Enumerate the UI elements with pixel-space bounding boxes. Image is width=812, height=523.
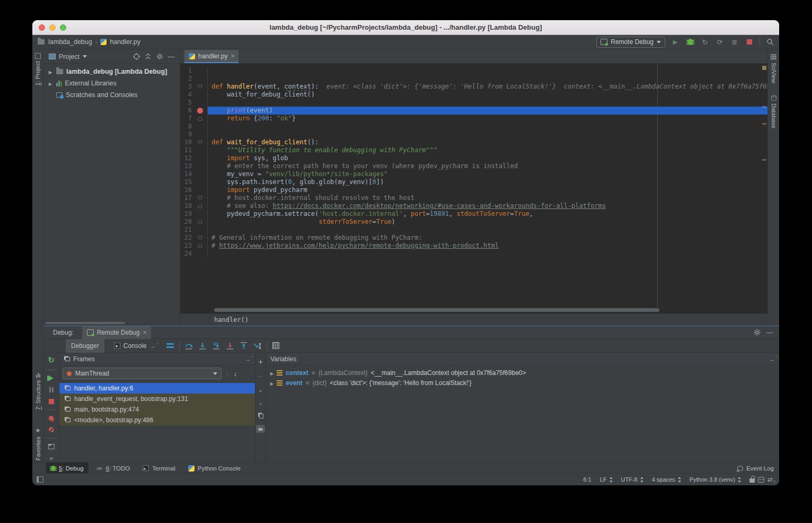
code-line[interactable]: 2 — [180, 75, 767, 83]
gutter[interactable]: 6 — [180, 107, 208, 115]
gutter-cell[interactable] — [194, 226, 206, 234]
gutter[interactable]: 22 — [180, 234, 208, 242]
gutter-cell[interactable] — [194, 67, 206, 75]
toolwindow-tab--debug[interactable]: 5: Debug — [46, 463, 89, 474]
code-line[interactable]: 18 # see also: https://docs.docker.com/d… — [180, 202, 767, 210]
debug-session-tab[interactable]: Remote Debug — [82, 326, 152, 339]
step-into-button[interactable] — [198, 341, 207, 351]
code-line[interactable]: 3def handler(event, context): event: <cl… — [180, 83, 767, 91]
gutter[interactable]: 9 — [180, 130, 208, 138]
fold-marker-icon[interactable] — [194, 202, 206, 210]
step-over-button[interactable] — [184, 341, 193, 351]
next-frame-button[interactable] — [234, 369, 237, 378]
move-up-button[interactable] — [259, 386, 263, 394]
breadcrumb-file[interactable]: handler.py — [110, 38, 140, 46]
locate-file-button[interactable] — [132, 53, 140, 61]
stripe-mark[interactable] — [762, 159, 766, 161]
previous-frame-button[interactable] — [226, 369, 230, 378]
toolwindow-tab-terminal[interactable]: Terminal — [138, 463, 180, 474]
code-line[interactable]: 9 — [180, 130, 767, 138]
gutter[interactable]: 17 — [180, 194, 208, 202]
code-line[interactable]: 16 import pydevd_pycharm — [180, 186, 767, 194]
toolwindow-tab-python-console[interactable]: Python Console — [183, 463, 245, 474]
view-as-table-button[interactable] — [271, 341, 281, 351]
gutter[interactable]: 14 — [180, 170, 208, 178]
code-line[interactable]: 24 — [180, 250, 767, 258]
code-line[interactable]: 13 # enter the correct path here to your… — [180, 162, 767, 170]
gutter-cell[interactable] — [194, 123, 206, 130]
close-window-button[interactable] — [39, 24, 45, 31]
gutter[interactable]: 19 — [180, 210, 208, 218]
stop-button[interactable] — [745, 37, 754, 47]
gutter-cell[interactable] — [194, 186, 206, 194]
show-execution-point-button[interactable] — [165, 341, 175, 351]
gutter[interactable]: 4 — [180, 91, 208, 99]
collapse-all-button[interactable] — [144, 53, 152, 61]
code-line[interactable]: 10def wait_for_debug_client(): — [180, 138, 767, 146]
restore-layout-button[interactable] — [46, 443, 57, 450]
chevron-down-icon[interactable] — [83, 55, 87, 58]
update-status-icon[interactable] — [767, 476, 773, 483]
duplicate-watch-icon[interactable] — [259, 414, 263, 419]
gutter-cell[interactable] — [194, 99, 206, 107]
project-panel-title[interactable]: Project — [59, 53, 80, 60]
unlock-icon[interactable] — [749, 478, 755, 483]
editor-tab-handler-py[interactable]: handler.py — [184, 50, 239, 63]
toolwindow-structure-button[interactable]: 7: Structure — [32, 369, 43, 413]
code-line[interactable]: 21 — [180, 226, 767, 234]
toolwindow-tab--todo[interactable]: 6: TODO — [92, 463, 135, 474]
gutter-cell[interactable] — [194, 178, 206, 186]
tab-console[interactable]: Console — [109, 339, 161, 353]
code-editor[interactable]: 123def handler(event, context): event: <… — [180, 64, 767, 307]
gutter[interactable]: 20 — [180, 218, 208, 226]
gutter[interactable]: 5 — [180, 99, 208, 107]
stop-debug-button[interactable] — [46, 398, 57, 405]
code-line[interactable]: 6 print(event) — [180, 107, 767, 115]
editor-breadcrumb[interactable]: handler() — [214, 316, 249, 324]
gutter[interactable]: 21 — [180, 226, 208, 234]
breadcrumb-project[interactable]: lambda_debug — [48, 38, 92, 46]
gutter[interactable]: 1 — [180, 67, 208, 75]
toolwindow-sciview-button[interactable]: SciView — [771, 54, 777, 83]
gutter[interactable]: 16 — [180, 186, 208, 194]
gutter-cell[interactable] — [194, 170, 206, 178]
show-watches-toggle[interactable] — [256, 425, 265, 433]
breakpoint-gutter[interactable] — [194, 107, 206, 115]
status-item[interactable]: UTF-8 — [621, 476, 643, 483]
gutter-cell[interactable] — [194, 130, 206, 138]
code-line[interactable]: 12 import sys, glob — [180, 154, 767, 162]
debug-button[interactable] — [685, 37, 695, 47]
gutter[interactable]: 7 — [180, 115, 208, 123]
pause-button[interactable] — [46, 387, 57, 394]
force-step-into-button[interactable] — [211, 341, 221, 351]
tree-item[interactable]: lambda_debug [Lambda Debug] — [43, 66, 180, 77]
code-line[interactable]: 20 stderrToServer=True) — [180, 218, 767, 226]
gutter[interactable]: 2 — [180, 75, 208, 83]
variable-row[interactable]: event={dict}<class 'dict'>: {'message': … — [266, 378, 779, 388]
gutter-cell[interactable] — [194, 210, 206, 218]
step-out-button[interactable] — [239, 341, 249, 351]
gutter-cell[interactable] — [194, 75, 206, 83]
gutter-cell[interactable] — [194, 154, 206, 162]
fold-marker-icon[interactable] — [194, 234, 206, 242]
expand-arrow-icon[interactable] — [48, 68, 53, 75]
hide-panel-button[interactable]: — — [167, 53, 175, 61]
gutter[interactable]: 18 — [180, 202, 208, 210]
view-breakpoints-button[interactable] — [46, 415, 57, 422]
pin-icon[interactable] — [769, 356, 775, 362]
code-line[interactable]: 7 return {200: "ok"} — [180, 115, 767, 123]
fold-marker-icon[interactable] — [194, 218, 206, 226]
gutter[interactable]: 10 — [180, 138, 208, 146]
zoom-window-button[interactable] — [60, 24, 66, 31]
code-line[interactable]: 15 sys.path.insert(0, glob.glob(my_venv)… — [180, 178, 767, 186]
code-line[interactable]: 23# https://www.jetbrains.com/help/pycha… — [180, 242, 767, 250]
close-session-icon[interactable] — [143, 329, 146, 336]
status-item[interactable]: LF — [600, 476, 613, 483]
search-everywhere-button[interactable] — [765, 37, 775, 47]
concurrency-button[interactable]: ≣ — [730, 37, 739, 47]
minimize-window-button[interactable] — [49, 24, 56, 31]
expand-arrow-icon[interactable] — [48, 80, 53, 87]
code-line[interactable]: 4 wait_for_debug_client() — [180, 91, 767, 99]
smart-step-into-button[interactable] — [225, 341, 235, 351]
move-down-button[interactable] — [259, 400, 263, 407]
